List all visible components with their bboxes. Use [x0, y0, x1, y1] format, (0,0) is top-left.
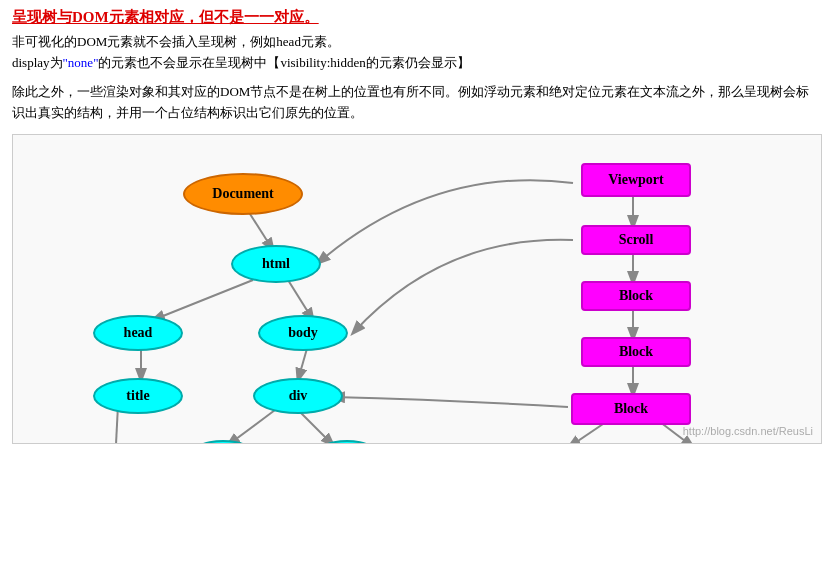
desc-line2-pre: display为 [12, 55, 63, 70]
h1-node: h1 [188, 440, 258, 444]
block5-node: Block [647, 443, 735, 444]
desc-line1: 非可视化的DOM元素就不会插入呈现树，例如head元素。 [12, 33, 820, 51]
extra-paragraph: 除此之外，一些渲染对象和其对应的DOM节点不是在树上的位置也有所不同。例如浮动元… [12, 82, 820, 124]
scroll-node: Scroll [581, 225, 691, 255]
page-container: 呈现树与DOM元素相对应，但不是一一对应。 非可视化的DOM元素就不会插入呈现树… [0, 0, 832, 452]
desc-line2-none: "none" [63, 55, 99, 70]
diagram: Document html head body title div "Web p… [12, 134, 822, 444]
html-node: html [231, 245, 321, 283]
svg-line-1 [153, 280, 253, 320]
head-node: head [93, 315, 183, 351]
desc-line2-mid: 的元素也不会显示在呈现树中【visibility:hidden的元素仍会显示】 [98, 55, 469, 70]
p-node: p [313, 440, 381, 444]
block2-node: Block [581, 337, 691, 367]
desc-line2: display为"none"的元素也不会显示在呈现树中【visibility:h… [12, 54, 820, 72]
document-node: Document [183, 173, 303, 215]
div-node: div [253, 378, 343, 414]
svg-line-14 [569, 422, 606, 443]
block4-node: Block [511, 443, 599, 444]
svg-line-6 [298, 410, 333, 443]
body-node: body [258, 315, 348, 351]
block1-node: Block [581, 281, 691, 311]
title-node: title [93, 378, 183, 414]
watermark: http://blog.csdn.net/ReusLi [683, 425, 813, 437]
viewport-node: Viewport [581, 163, 691, 197]
heading: 呈现树与DOM元素相对应，但不是一一对应。 [12, 8, 820, 27]
block3-node: Block [571, 393, 691, 425]
svg-line-5 [228, 410, 275, 443]
svg-line-2 [288, 280, 313, 320]
